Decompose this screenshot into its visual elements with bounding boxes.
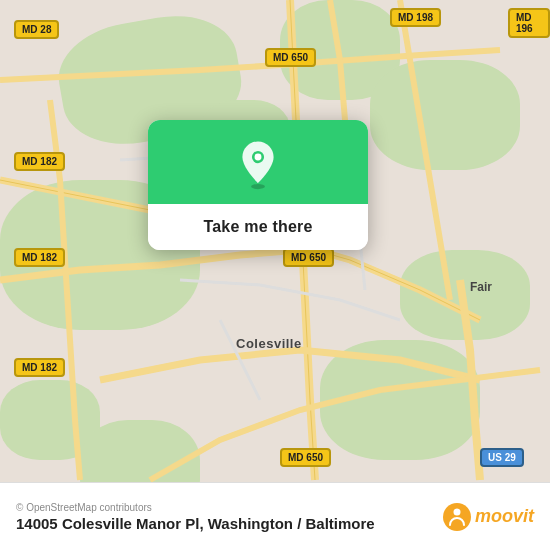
road-badge-us29: US 29	[480, 448, 524, 467]
attribution-text: © OpenStreetMap contributors	[16, 502, 375, 513]
road-badge-md650-1: MD 650	[265, 48, 316, 67]
address-text: 14005 Colesville Manor Pl, Washington / …	[16, 515, 375, 532]
svg-point-0	[251, 184, 265, 189]
road-badge-md650-3: MD 650	[280, 448, 331, 467]
road-badge-md28: MD 28	[14, 20, 59, 39]
moovit-text: moovit	[475, 506, 534, 527]
popup-green-area	[148, 120, 368, 204]
road-badge-md182-2: MD 182	[14, 248, 65, 267]
road-badge-md182-3: MD 182	[14, 358, 65, 377]
bottom-left: © OpenStreetMap contributors 14005 Coles…	[16, 502, 375, 532]
bottom-bar: © OpenStreetMap contributors 14005 Coles…	[0, 482, 550, 550]
moovit-logo: moovit	[443, 503, 534, 531]
road-badge-md198: MD 198	[390, 8, 441, 27]
fairland-label: Fair	[470, 280, 492, 294]
moovit-icon	[443, 503, 471, 531]
colesville-label: Colesville	[236, 336, 302, 351]
popup-card: Take me there	[148, 120, 368, 250]
road-badge-md196: MD 196	[508, 8, 550, 38]
road-badge-md182-1: MD 182	[14, 152, 65, 171]
svg-point-2	[255, 154, 262, 161]
location-pin-icon	[232, 138, 284, 190]
take-me-there-button[interactable]: Take me there	[148, 204, 368, 250]
roads-layer	[0, 0, 550, 550]
map-container: MD 28 MD 182 MD 182 MD 182 MD 650 MD 650…	[0, 0, 550, 550]
road-badge-md650-2: MD 650	[283, 248, 334, 267]
svg-point-3	[453, 508, 460, 515]
